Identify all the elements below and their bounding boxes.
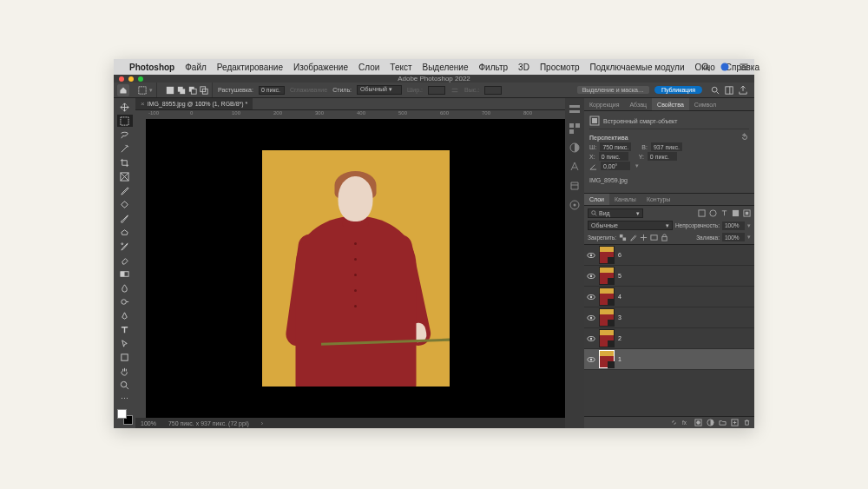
- layer-label[interactable]: 4: [618, 294, 621, 300]
- hand-tool[interactable]: [117, 365, 133, 377]
- layer-thumbnail[interactable]: [599, 267, 615, 285]
- mask-icon[interactable]: [694, 419, 702, 426]
- menu-select[interactable]: Выделение: [423, 63, 469, 72]
- visibility-icon[interactable]: [587, 355, 595, 364]
- list-icon[interactable]: [739, 62, 749, 72]
- filter-type-icon[interactable]: [720, 209, 728, 217]
- color-swatches[interactable]: [117, 409, 133, 425]
- layer-row[interactable]: 6: [584, 245, 754, 266]
- visibility-icon[interactable]: [587, 334, 595, 343]
- filter-smart-icon[interactable]: [743, 209, 751, 217]
- lock-pixels-icon[interactable]: [629, 234, 637, 241]
- prop-y-value[interactable]: 0 пикс.: [648, 152, 677, 161]
- magic-wand-tool[interactable]: [117, 142, 133, 155]
- close-tab-icon[interactable]: ×: [141, 100, 145, 108]
- adjustments-panel-icon[interactable]: [569, 142, 581, 154]
- select-mask-button[interactable]: Выделение и маска…: [577, 86, 649, 94]
- publish-button[interactable]: Публикация: [654, 86, 702, 94]
- style-select[interactable]: Обычный ▾: [357, 85, 402, 95]
- layer-thumbnail[interactable]: [599, 287, 615, 306]
- delete-layer-icon[interactable]: [743, 419, 751, 426]
- feather-input[interactable]: 0 пикс.: [259, 86, 285, 95]
- lock-position-icon[interactable]: [640, 234, 648, 241]
- menu-3d[interactable]: 3D: [518, 63, 529, 72]
- marquee-tool-icon[interactable]: [138, 86, 147, 95]
- pen-tool[interactable]: [117, 309, 133, 321]
- tab-paragraph[interactable]: Абзац: [624, 98, 652, 110]
- document-tab[interactable]: × IMG_8955.jpg @ 100% (1, RGB/8*) *: [135, 98, 253, 109]
- blend-mode-select[interactable]: Обычные▾: [588, 221, 673, 230]
- app-name[interactable]: Photoshop: [129, 63, 174, 72]
- visibility-icon[interactable]: [587, 314, 595, 322]
- history-brush-tool[interactable]: [117, 240, 133, 252]
- antialias-checkbox[interactable]: Сглаживание: [290, 87, 327, 93]
- prop-h-value[interactable]: 937 пикс.: [651, 142, 682, 151]
- adjustment-layer-icon[interactable]: [707, 419, 714, 426]
- reset-icon[interactable]: [740, 133, 749, 142]
- blur-tool[interactable]: [117, 281, 133, 294]
- layer-label[interactable]: 5: [618, 273, 621, 279]
- dodge-tool[interactable]: [117, 295, 133, 307]
- prop-w-value[interactable]: 750 пикс.: [600, 142, 631, 151]
- tab-correction[interactable]: Коррекция: [584, 98, 624, 110]
- healing-tool[interactable]: [117, 198, 133, 210]
- cloud-sync-icon[interactable]: [720, 62, 730, 72]
- layer-row[interactable]: 4: [584, 287, 754, 307]
- crop-tool[interactable]: [117, 156, 133, 169]
- workspace-icon[interactable]: [725, 86, 733, 95]
- swatches-panel-icon[interactable]: [569, 122, 581, 135]
- tab-character[interactable]: Символ: [689, 98, 721, 110]
- tab-paths[interactable]: Контуры: [641, 194, 675, 205]
- bool-add-icon[interactable]: [177, 86, 186, 95]
- layer-row[interactable]: 1: [584, 349, 754, 370]
- bool-new-icon[interactable]: [166, 86, 174, 95]
- new-layer-icon[interactable]: [731, 419, 739, 426]
- menu-layers[interactable]: Слои: [358, 63, 379, 72]
- tab-layers[interactable]: Слои: [584, 194, 609, 205]
- layer-thumbnail[interactable]: [599, 350, 615, 368]
- layer-filter-select[interactable]: Вид▾: [588, 208, 643, 218]
- eyedropper-tool[interactable]: [117, 184, 133, 196]
- edit-toolbar-button[interactable]: ⋯: [117, 393, 133, 405]
- layer-label[interactable]: 3: [618, 314, 621, 320]
- visibility-icon[interactable]: [587, 293, 595, 301]
- menu-image[interactable]: Изображение: [293, 63, 348, 72]
- status-chevron-icon[interactable]: ›: [261, 420, 263, 426]
- bool-subtract-icon[interactable]: [188, 86, 197, 95]
- home-button[interactable]: [117, 84, 129, 96]
- gradient-tool[interactable]: [117, 268, 133, 280]
- bool-intersect-icon[interactable]: [200, 86, 208, 95]
- opacity-value[interactable]: 100%: [722, 221, 745, 230]
- layer-label[interactable]: 2: [618, 335, 621, 341]
- fg-color-swatch[interactable]: [117, 409, 127, 419]
- layer-label[interactable]: 1: [618, 356, 621, 362]
- filter-shape-icon[interactable]: [732, 209, 740, 217]
- move-tool[interactable]: [117, 101, 133, 113]
- learn-panel-icon[interactable]: [569, 199, 581, 211]
- layer-label[interactable]: 6: [618, 252, 621, 258]
- layer-row[interactable]: 5: [584, 266, 754, 287]
- color-panel-icon[interactable]: [569, 103, 581, 116]
- layer-thumbnail[interactable]: [599, 246, 615, 264]
- visibility-icon[interactable]: [587, 251, 595, 260]
- zoom-level[interactable]: 100%: [141, 420, 156, 426]
- menu-view[interactable]: Просмотр: [540, 63, 580, 72]
- search-icon[interactable]: [700, 62, 711, 72]
- menu-plugins[interactable]: Подключаемые модули: [590, 63, 685, 72]
- type-tool[interactable]: [117, 323, 133, 335]
- layer-thumbnail[interactable]: [599, 308, 615, 327]
- minimize-window-icon[interactable]: [128, 76, 134, 82]
- close-window-icon[interactable]: [119, 76, 124, 82]
- libraries-panel-icon[interactable]: [569, 180, 581, 192]
- filter-adjust-icon[interactable]: [709, 209, 717, 217]
- layer-row[interactable]: 2: [584, 328, 754, 349]
- prop-x-value[interactable]: 0 пикс.: [599, 152, 628, 161]
- shape-tool[interactable]: [117, 351, 133, 363]
- marquee-tool[interactable]: [117, 115, 133, 127]
- zoom-tool[interactable]: [117, 379, 133, 391]
- fx-icon[interactable]: fx: [682, 419, 690, 426]
- fill-value[interactable]: 100%: [722, 233, 745, 241]
- layer-row[interactable]: 3: [584, 307, 754, 328]
- menu-file[interactable]: Файл: [185, 63, 207, 72]
- path-select-tool[interactable]: [117, 337, 133, 349]
